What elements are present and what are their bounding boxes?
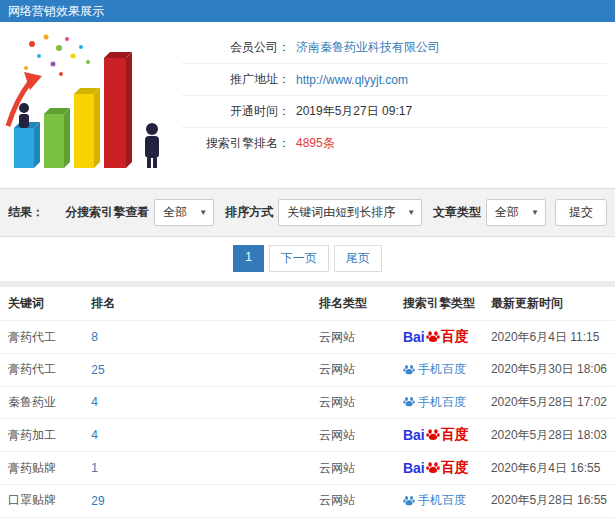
result-label: 结果： xyxy=(8,204,44,221)
rank-type-cell: 云网站 xyxy=(311,386,395,419)
keyword-cell: 膏药加工 xyxy=(0,419,83,452)
keyword-cell: 秦鲁药业 xyxy=(0,386,83,419)
title-bar: 网络营销效果展示 xyxy=(0,0,615,22)
keyword-cell: 膏药贴牌 xyxy=(0,452,83,485)
updated-cell: 2020年5月28日 18:03 xyxy=(483,419,615,452)
sort-filter-label: 排序方式 xyxy=(225,204,273,221)
rank-link[interactable]: 4 xyxy=(91,428,98,442)
marketing-illustration xyxy=(0,28,178,180)
keyword-cell: 膏药代工 xyxy=(0,354,83,387)
ranking-table: 关键词 排名 排名类型 搜索引擎类型 最新更新时间 膏药代工8云网站Bai百度2… xyxy=(0,287,615,520)
ranking-table-body: 膏药代工8云网站Bai百度2020年6月4日 11:15膏药代工25云网站手机百… xyxy=(0,321,615,520)
header-keyword: 关键词 xyxy=(0,287,83,321)
engine-cell: 手机百度 xyxy=(395,354,483,387)
company-label: 会员公司： xyxy=(182,39,290,56)
updated-cell: 2020年6月4日 11:15 xyxy=(483,321,615,354)
page-current[interactable]: 1 xyxy=(233,245,264,272)
filter-bar: 结果： 分搜索引擎查看 全部 ▼ 排序方式 关键词由短到长排序 ▼ 文章类型 全… xyxy=(0,188,615,237)
table-row: 秦鲁药业4云网站手机百度2020年5月28日 17:02 xyxy=(0,386,615,419)
updated-cell: 2020年5月30日 18:06 xyxy=(483,354,615,387)
rank-cell: 29 xyxy=(83,485,311,518)
company-link[interactable]: 济南秦鲁药业科技有限公司 xyxy=(296,39,440,56)
paw-icon xyxy=(403,495,415,507)
pagination-panel: 1 下一页 尾页 xyxy=(0,237,615,281)
rank-cell: 4 xyxy=(83,419,311,452)
engine-cell: Bai百度 xyxy=(395,452,483,485)
table-row: 膏药贴牌1云网站Bai百度2020年6月4日 16:55 xyxy=(0,452,615,485)
article-type-select[interactable]: 全部 ▼ xyxy=(486,199,546,226)
rank-cell: 1 xyxy=(83,452,311,485)
promo-url-link[interactable]: http://www.qlyyjt.com xyxy=(296,73,408,87)
paw-icon xyxy=(403,364,415,376)
updated-cell: 2020年5月28日 16:55 xyxy=(483,485,615,518)
rank-link[interactable]: 29 xyxy=(91,494,104,508)
page-title: 网络营销效果展示 xyxy=(8,4,104,18)
rank-link[interactable]: 1 xyxy=(91,461,98,475)
engine-cell: Bai百度 xyxy=(395,419,483,452)
paw-icon xyxy=(426,330,440,344)
baidu-mobile-logo: 手机百度 xyxy=(403,394,466,411)
filter-controls: 分搜索引擎查看 全部 ▼ 排序方式 关键词由短到长排序 ▼ 文章类型 全部 ▼ … xyxy=(59,199,607,226)
updated-cell: 2020年5月28日 17:02 xyxy=(483,386,615,419)
paw-icon xyxy=(426,461,440,475)
rank-count-label: 搜索引擎排名： xyxy=(182,135,290,152)
rank-type-cell: 云网站 xyxy=(311,321,395,354)
engine-filter-label: 分搜索引擎查看 xyxy=(65,204,149,221)
engine-cell: 手机百度 xyxy=(395,386,483,419)
engine-cell: Bai百度 xyxy=(395,321,483,354)
chevron-down-icon: ▼ xyxy=(531,208,539,217)
article-type-value: 全部 xyxy=(495,204,519,221)
rank-cell: 8 xyxy=(83,321,311,354)
rank-type-cell: 云网站 xyxy=(311,485,395,518)
rank-count-value: 4895条 xyxy=(296,135,335,152)
keyword-cell: 口罩贴牌 xyxy=(0,485,83,518)
baidu-pc-logo: Bai百度 xyxy=(403,328,469,346)
keyword-cell: 膏药代工 xyxy=(0,321,83,354)
rank-link[interactable]: 8 xyxy=(91,330,98,344)
rank-type-cell: 云网站 xyxy=(311,354,395,387)
open-time-value: 2019年5月27日 09:17 xyxy=(296,103,412,120)
updated-cell: 2020年6月4日 16:55 xyxy=(483,452,615,485)
submit-button[interactable]: 提交 xyxy=(555,199,607,226)
rank-link[interactable]: 4 xyxy=(91,395,98,409)
baidu-pc-logo: Bai百度 xyxy=(403,426,469,444)
table-header-row: 关键词 排名 排名类型 搜索引擎类型 最新更新时间 xyxy=(0,287,615,321)
sort-filter-select[interactable]: 关键词由短到长排序 ▼ xyxy=(278,199,422,226)
rank-cell: 25 xyxy=(83,354,311,387)
rank-type-cell: 云网站 xyxy=(311,419,395,452)
paw-icon xyxy=(426,428,440,442)
baidu-mobile-logo: 手机百度 xyxy=(403,492,466,509)
baidu-mobile-logo: 手机百度 xyxy=(403,361,466,378)
header-updated: 最新更新时间 xyxy=(483,287,615,321)
article-type-label: 文章类型 xyxy=(433,204,481,221)
info-row-company: 会员公司： 济南秦鲁药业科技有限公司 xyxy=(182,32,607,64)
table-row: 膏药加工4云网站Bai百度2020年5月28日 18:03 xyxy=(0,419,615,452)
chevron-down-icon: ▼ xyxy=(199,208,207,217)
engine-filter-value: 全部 xyxy=(163,204,187,221)
pagination: 1 下一页 尾页 xyxy=(0,245,615,272)
member-info-panel: 会员公司： 济南秦鲁药业科技有限公司 推广地址： http://www.qlyy… xyxy=(0,22,615,188)
header-rank-type: 排名类型 xyxy=(311,287,395,321)
rank-cell: 4 xyxy=(83,386,311,419)
rank-type-cell: 云网站 xyxy=(311,452,395,485)
bar-chart-illustration xyxy=(0,28,178,180)
sort-filter-value: 关键词由短到长排序 xyxy=(287,204,395,221)
page-next[interactable]: 下一页 xyxy=(269,245,329,272)
info-row-url: 推广地址： http://www.qlyyjt.com xyxy=(182,64,607,96)
table-row: 膏药代工8云网站Bai百度2020年6月4日 11:15 xyxy=(0,321,615,354)
promo-url-label: 推广地址： xyxy=(182,71,290,88)
page-last[interactable]: 尾页 xyxy=(334,245,382,272)
member-info: 会员公司： 济南秦鲁药业科技有限公司 推广地址： http://www.qlyy… xyxy=(182,32,607,180)
open-time-label: 开通时间： xyxy=(182,103,290,120)
header-engine-type: 搜索引擎类型 xyxy=(395,287,483,321)
engine-cell: 手机百度 xyxy=(395,485,483,518)
header-rank: 排名 xyxy=(83,287,311,321)
chevron-down-icon: ▼ xyxy=(407,208,415,217)
table-row: 膏药代工25云网站手机百度2020年5月30日 18:06 xyxy=(0,354,615,387)
baidu-pc-logo: Bai百度 xyxy=(403,459,469,477)
table-row: 口罩贴牌29云网站手机百度2020年5月28日 16:55 xyxy=(0,485,615,518)
engine-filter-select[interactable]: 全部 ▼ xyxy=(154,199,214,226)
rank-link[interactable]: 25 xyxy=(91,363,104,377)
info-row-open-time: 开通时间： 2019年5月27日 09:17 xyxy=(182,96,607,128)
paw-icon xyxy=(403,396,415,408)
